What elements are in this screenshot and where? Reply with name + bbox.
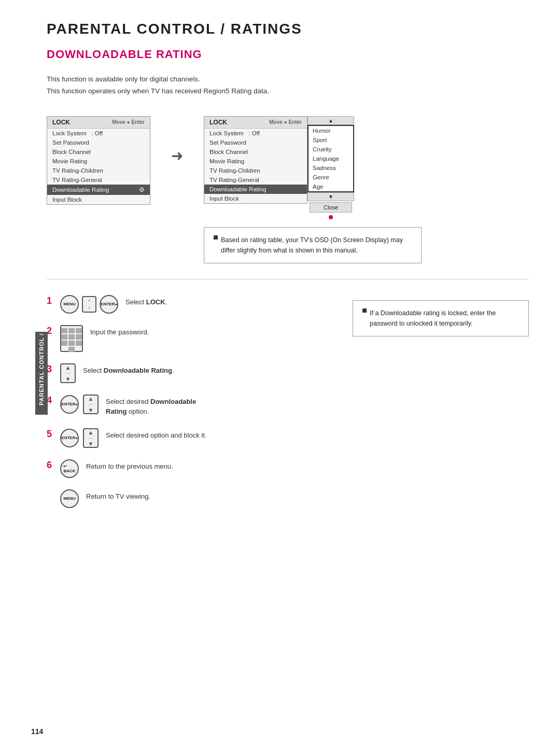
right-diagram-inner: LOCK Move ● Enter Lock System : Off Set … xyxy=(204,116,354,221)
osd-note-box: Based on rating table, your TV's OSD (On… xyxy=(204,227,422,263)
back-button[interactable]: ↩BACK xyxy=(60,459,79,478)
lock-menu-left-title: LOCK xyxy=(52,119,70,126)
lock-menu-left-item-0: Lock System : Off xyxy=(47,129,150,138)
lock-menu-left: LOCK Move ● Enter Lock System : Off Set … xyxy=(47,116,150,205)
lock-menu-right-header: LOCK Move ● Enter xyxy=(204,117,307,129)
section-divider xyxy=(47,279,529,279)
step-6-text: Return to the previous menu. xyxy=(86,459,173,472)
dropdown-item-age: Age xyxy=(309,182,353,191)
step-5-updown[interactable]: ▲ — ▼ xyxy=(83,428,99,448)
page-number: 114 xyxy=(31,727,43,736)
step-menu: 0 MENU Return to TV viewing. xyxy=(47,489,332,508)
password-note-bullet xyxy=(362,308,367,313)
lock-menu-right: LOCK Move ● Enter Lock System : Off Set … xyxy=(204,116,307,204)
step-1-text: Select LOCK. xyxy=(125,295,167,307)
lock-menu-left-item-7: Input Block xyxy=(47,195,150,204)
step-2-number: 2 xyxy=(47,326,58,335)
lock-menu-right-item-2: Block Channel xyxy=(204,147,307,157)
lock-menu-left-header: LOCK Move ● Enter xyxy=(47,117,150,129)
dropdown-close-button[interactable]: Close xyxy=(310,202,352,213)
lock-menu-right-item-7: Input Block xyxy=(204,194,307,203)
lock-menu-right-item-1: Set Password xyxy=(204,138,307,147)
step-1-number: 1 xyxy=(47,296,58,305)
page-title: PARENTAL CONTROL / RATINGS xyxy=(47,21,529,37)
dropdown-item-sport: Sport xyxy=(309,135,353,145)
step-4: 4 ENTER● ▲ — ▼ Select desired Downloadab… xyxy=(47,395,332,417)
step-4-text: Select desired DownloadableRating option… xyxy=(106,395,196,417)
dropdown-dot-indicator xyxy=(307,214,354,221)
osd-note-text: Based on rating table, your TV's OSD (On… xyxy=(221,235,412,256)
step-5: 5 ENTER● ▲ — ▼ Select desired option and… xyxy=(47,428,332,448)
lock-menu-left-item-1: Set Password xyxy=(47,138,150,147)
diagrams-section: LOCK Move ● Enter Lock System : Off Set … xyxy=(47,116,529,263)
lock-menu-left-item-2: Block Channel xyxy=(47,147,150,157)
step-6-icon: ↩BACK xyxy=(60,459,79,478)
step-menu-text: Return to TV viewing. xyxy=(86,489,150,502)
step-4-number: 4 xyxy=(47,396,58,405)
dropdown-item-cruelty: Cruelty xyxy=(309,145,353,154)
lock-menu-right-title: LOCK xyxy=(209,119,227,126)
section-title: DOWNLOADABLE RATING xyxy=(47,48,529,61)
gear-icon: ⚙ xyxy=(139,186,145,193)
dropdown-list: ▲ Humor Sport Cruelty Language Sadness G… xyxy=(307,116,354,221)
dropdown-items: Humor Sport Cruelty Language Sadness Gen… xyxy=(307,125,354,192)
step-1-icon: MENU ‹ › ENTER● xyxy=(60,295,118,314)
updown-selector[interactable]: ▲ — ▼ xyxy=(60,363,76,383)
step-6: 6 ↩BACK Return to the previous menu. xyxy=(47,459,332,478)
step-3-icon: ▲ — ▼ xyxy=(60,363,76,383)
password-note: If a Downloadable rating is locked, ente… xyxy=(353,295,529,336)
password-note-box: If a Downloadable rating is locked, ente… xyxy=(353,300,529,336)
menu-button[interactable]: MENU xyxy=(60,295,79,314)
step-1: 1 MENU ‹ › ENTER● Select LOCK. xyxy=(47,295,332,314)
note-bullet xyxy=(214,235,218,240)
enter-button[interactable]: ENTER● xyxy=(100,295,118,314)
steps-list: 1 MENU ‹ › ENTER● Select LOCK. 2 xyxy=(47,295,332,519)
lock-menu-left-item-5: TV Rating-General xyxy=(47,175,150,185)
intro-text: This function is available only for digi… xyxy=(47,74,529,97)
dropdown-arrow-down: ▼ xyxy=(307,192,354,201)
lock-menu-right-item-4: TV Rating-Children xyxy=(204,166,307,175)
step-6-number: 6 xyxy=(47,460,58,470)
lock-menu-right-nav: Move ● Enter xyxy=(269,119,302,125)
step-3: 3 ▲ — ▼ Select Downloadable Rating. xyxy=(47,363,332,383)
step-2: 2 xyxy=(47,325,332,352)
menu-button-2[interactable]: MENU xyxy=(60,489,79,508)
step-4-icon: ENTER● ▲ — ▼ xyxy=(60,395,99,414)
right-diagram: LOCK Move ● Enter Lock System : Off Set … xyxy=(204,116,422,263)
step-5-number: 5 xyxy=(47,429,58,439)
dropdown-item-humor: Humor xyxy=(309,126,353,135)
step-3-number: 3 xyxy=(47,364,58,374)
side-tab: PARENTAL CONTROL / RATING xyxy=(35,332,48,415)
dropdown-arrow-up: ▲ xyxy=(307,116,354,125)
step-4-updown[interactable]: ▲ — ▼ xyxy=(83,395,99,414)
steps-section: 1 MENU ‹ › ENTER● Select LOCK. 2 xyxy=(47,295,529,519)
password-note-text: If a Downloadable rating is locked, ente… xyxy=(370,308,519,329)
step-2-icon xyxy=(60,325,83,352)
dropdown-item-genre: Genre xyxy=(309,173,353,182)
lock-menu-right-item-6: Downloadable Rating xyxy=(204,185,307,194)
step-2-text: Input the password. xyxy=(90,325,149,337)
step-5-enter-button[interactable]: ENTER● xyxy=(60,429,79,447)
step-menu-icon: MENU xyxy=(60,489,79,508)
lock-menu-left-nav: Move ● Enter xyxy=(112,119,145,125)
lock-menu-right-item-3: Movie Rating xyxy=(204,157,307,166)
step-5-text: Select desired option and block it. xyxy=(106,428,206,441)
step-5-icon: ENTER● ▲ — ▼ xyxy=(60,428,99,448)
lock-menu-left-item-4: TV Rating-Children xyxy=(47,166,150,175)
dropdown-item-sadness: Sadness xyxy=(309,163,353,173)
lock-menu-left-item-6: Downloadable Rating ⚙ xyxy=(47,185,150,195)
step-3-text: Select Downloadable Rating. xyxy=(83,363,174,376)
dropdown-item-language: Language xyxy=(309,154,353,163)
step-4-enter-button[interactable]: ENTER● xyxy=(60,395,79,414)
lock-menu-right-item-0: Lock System : Off xyxy=(204,129,307,138)
arrow-right: ➜ xyxy=(171,147,183,164)
lock-menu-left-item-3: Movie Rating xyxy=(47,157,150,166)
lock-menu-right-item-5: TV Rating-General xyxy=(204,175,307,185)
